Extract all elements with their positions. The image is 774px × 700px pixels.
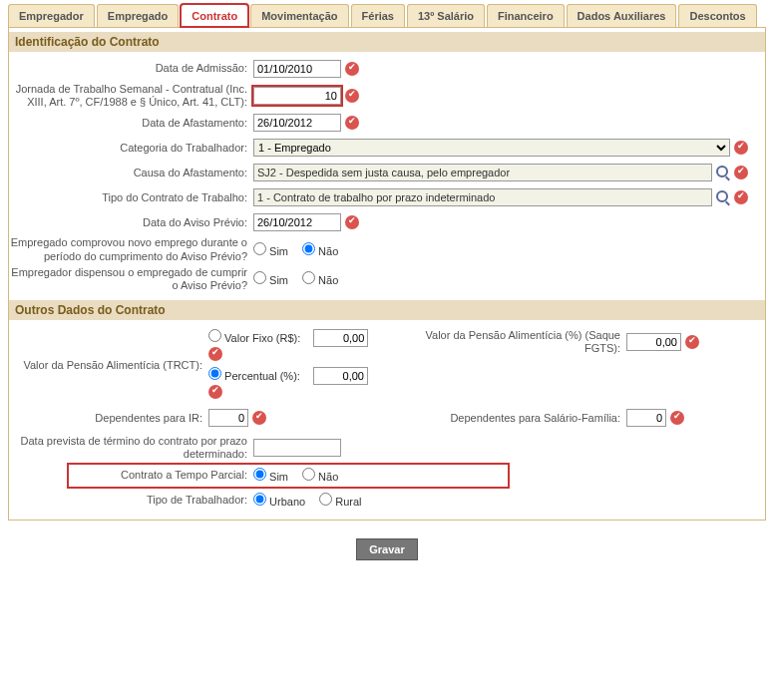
radio-percentual[interactable]: Percentual (%): bbox=[208, 370, 300, 382]
radio-parcial-nao[interactable]: Não bbox=[302, 468, 338, 483]
input-data-admissao[interactable] bbox=[253, 60, 341, 78]
tab-contrato[interactable]: Contrato bbox=[181, 4, 248, 27]
save-button[interactable]: Gravar bbox=[356, 538, 417, 560]
radio-rural[interactable]: Rural bbox=[319, 493, 361, 508]
tab-descontos[interactable]: Descontos bbox=[678, 4, 756, 27]
check-icon bbox=[345, 89, 359, 103]
input-percentual[interactable] bbox=[313, 367, 368, 385]
check-icon bbox=[252, 411, 266, 425]
check-icon bbox=[734, 190, 748, 204]
check-icon bbox=[734, 141, 748, 155]
section-outros-dados: Outros Dados do Contrato bbox=[9, 300, 765, 320]
check-icon bbox=[670, 411, 684, 425]
input-pensao-fgts[interactable] bbox=[626, 333, 681, 351]
label-tipo-trabalhador: Tipo de Trabalhador: bbox=[9, 494, 253, 507]
radio-comprovou-sim[interactable]: Sim bbox=[253, 242, 288, 257]
tab-empregador[interactable]: Empregador bbox=[8, 4, 95, 27]
label-causa-afastamento: Causa do Afastamento: bbox=[9, 167, 253, 179]
label-aviso-previo: Data do Aviso Prévio: bbox=[9, 216, 253, 229]
input-dep-sf[interactable] bbox=[626, 409, 666, 427]
check-icon bbox=[208, 385, 222, 399]
label-categoria: Categoria do Trabalhador: bbox=[9, 142, 253, 155]
input-jornada[interactable] bbox=[253, 87, 341, 105]
label-comprovou-emprego: Empregado comprovou novo emprego durante… bbox=[9, 236, 253, 262]
tab-movimenta-o[interactable]: Movimentação bbox=[250, 4, 348, 27]
check-icon bbox=[734, 166, 748, 179]
radio-dispensou-nao[interactable]: Não bbox=[302, 271, 338, 286]
input-dep-ir[interactable] bbox=[208, 409, 248, 427]
select-categoria[interactable]: 1 - Empregado bbox=[253, 139, 730, 157]
tab-13-sal-rio[interactable]: 13º Salário bbox=[407, 4, 485, 27]
label-tipo-contrato: Tipo do Contrato de Trabalho: bbox=[9, 191, 253, 204]
check-icon bbox=[345, 116, 359, 130]
label-dep-sf: Dependentes para Salário-Família: bbox=[397, 412, 626, 425]
radio-urbano[interactable]: Urbano bbox=[253, 493, 305, 508]
tab-financeiro[interactable]: Financeiro bbox=[487, 4, 565, 27]
radio-comprovou-nao[interactable]: Não bbox=[302, 242, 338, 257]
check-icon bbox=[685, 335, 699, 349]
radio-parcial-sim[interactable]: Sim bbox=[253, 468, 288, 483]
label-dispensou-aviso: Empregador dispensou o empregado de cump… bbox=[9, 266, 253, 292]
check-icon bbox=[208, 347, 222, 361]
label-dep-ir: Dependentes para IR: bbox=[9, 412, 208, 425]
input-valor-fixo[interactable] bbox=[313, 329, 368, 347]
label-data-afastamento: Data de Afastamento: bbox=[9, 117, 253, 130]
tab-f-rias[interactable]: Férias bbox=[351, 4, 405, 27]
label-jornada: Jornada de Trabalho Semanal - Contratual… bbox=[9, 83, 253, 109]
lookup-tipo-contrato[interactable]: 1 - Contrato de trabalho por prazo indet… bbox=[253, 188, 712, 206]
tab-dados-auxiliares[interactable]: Dados Auxiliares bbox=[567, 4, 677, 27]
radio-valor-fixo[interactable]: Valor Fixo (R$): bbox=[208, 332, 300, 344]
input-data-afastamento[interactable] bbox=[253, 114, 341, 132]
search-icon[interactable] bbox=[716, 166, 730, 179]
label-tempo-parcial: Contrato a Tempo Parcial: bbox=[69, 469, 253, 482]
section-identificacao: Identificação do Contrato bbox=[9, 32, 765, 52]
check-icon bbox=[345, 215, 359, 229]
input-aviso-previo[interactable] bbox=[253, 213, 341, 231]
label-data-admissao: Data de Admissão: bbox=[9, 62, 253, 75]
input-data-termino[interactable] bbox=[253, 439, 341, 457]
label-pensao-fgts: Valor da Pensão Alimentícia (%) (Saque F… bbox=[397, 329, 626, 355]
tab-empregado[interactable]: Empregado bbox=[97, 4, 180, 27]
check-icon bbox=[345, 62, 359, 76]
label-pensao-trct: Valor da Pensão Alimentícia (TRCT): bbox=[9, 359, 208, 372]
label-data-termino: Data prevista de término do contrato por… bbox=[9, 435, 253, 461]
search-icon[interactable] bbox=[716, 190, 730, 204]
lookup-causa[interactable]: SJ2 - Despedida sem justa causa, pelo em… bbox=[253, 164, 712, 181]
radio-dispensou-sim[interactable]: Sim bbox=[253, 271, 288, 286]
